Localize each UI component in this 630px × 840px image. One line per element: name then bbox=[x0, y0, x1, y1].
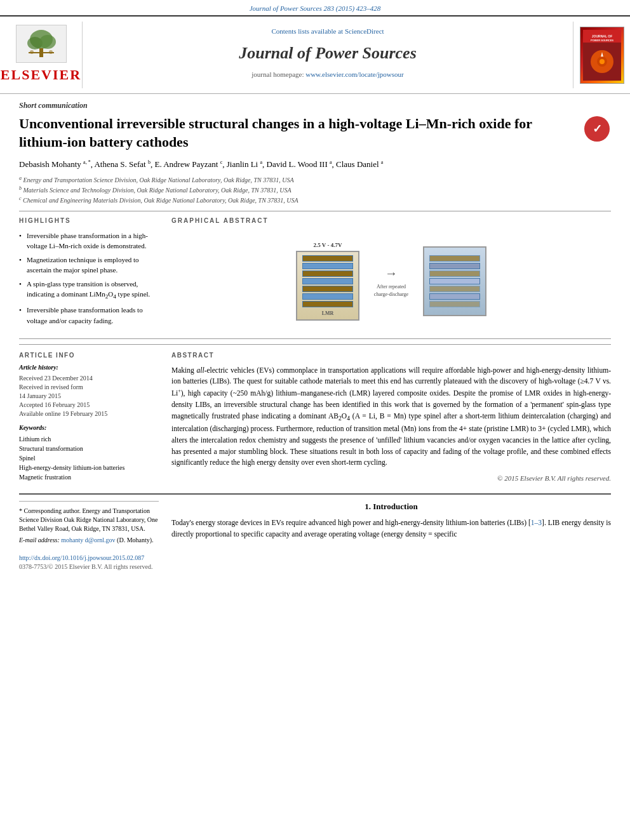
battery-before-box: LMR bbox=[296, 251, 359, 321]
footnotes-column: * Corresponding author. Energy and Trans… bbox=[19, 501, 159, 547]
ref-link[interactable]: 1–3 bbox=[531, 519, 542, 526]
abstract-text: Making all-electric vehicles (EVs) commo… bbox=[171, 365, 611, 469]
highlight-item: Magnetization technique is employed to a… bbox=[19, 255, 159, 276]
layer bbox=[429, 286, 480, 292]
main-content: Short communication Unconventional irrev… bbox=[0, 94, 630, 577]
highlight-item: Irreversible phase transformation leads … bbox=[19, 305, 159, 326]
info-abstract-section: ARTICLE INFO Article history: Received 2… bbox=[19, 344, 611, 487]
layer bbox=[429, 278, 480, 284]
arrow-label: After repeated charge-discharge bbox=[369, 283, 413, 297]
highlights-graphical-section: HIGHLIGHTS Irreversible phase transforma… bbox=[19, 217, 611, 332]
crossmark-badge: ✓ bbox=[582, 115, 611, 143]
email-link[interactable]: mohanty d@ornl.gov bbox=[61, 537, 115, 543]
keyword: High-energy-density lithium-ion batterie… bbox=[19, 463, 159, 472]
svg-point-5 bbox=[30, 50, 34, 54]
lmr-label: LMR bbox=[322, 310, 334, 317]
arrow-icon: → bbox=[385, 264, 398, 282]
sciencedirect-anchor[interactable]: ScienceDirect bbox=[345, 27, 384, 35]
elsevier-logo: ELSEVIER bbox=[0, 22, 83, 88]
journal-header: ELSEVIER Contents lists available at Sci… bbox=[0, 15, 630, 94]
keywords-heading: Keywords: bbox=[19, 423, 159, 432]
layer bbox=[302, 263, 353, 269]
intro-text: Today's energy storage devices in EVs re… bbox=[171, 517, 611, 540]
header-divider bbox=[19, 211, 611, 211]
revised-date: Received in revised form bbox=[19, 383, 159, 392]
bottom-section: * Corresponding author. Energy and Trans… bbox=[19, 501, 611, 547]
journal-ref-text: Journal of Power Sources 283 (2015) 423–… bbox=[250, 4, 381, 12]
journal-url[interactable]: www.elsevier.com/locate/jpowsour bbox=[305, 70, 403, 78]
highlight-item: A spin-glass type transition is observed… bbox=[19, 279, 159, 302]
layer bbox=[302, 301, 353, 307]
keyword: Structural transformation bbox=[19, 444, 159, 453]
layer bbox=[429, 263, 480, 269]
svg-text:JOURNAL OF: JOURNAL OF bbox=[591, 34, 612, 38]
bottom-links-section: http://dx.doi.org/10.1016/j.jpowsour.201… bbox=[19, 554, 611, 571]
doi-link[interactable]: http://dx.doi.org/10.1016/j.jpowsour.201… bbox=[19, 554, 144, 561]
article-info-column: ARTICLE INFO Article history: Received 2… bbox=[19, 351, 159, 487]
battery-before: 2.5 V - 4.7V bbox=[296, 241, 359, 321]
intro-heading: 1. Introduction bbox=[171, 501, 611, 512]
svg-text:POWER SOURCES: POWER SOURCES bbox=[590, 39, 613, 42]
revised-date-value: 14 January 2015 bbox=[19, 392, 159, 401]
keyword: Spinel bbox=[19, 453, 159, 463]
keyword: Magnetic frustration bbox=[19, 472, 159, 482]
copyright-notice: © 2015 Elsevier B.V. All rights reserved… bbox=[171, 474, 611, 483]
crossmark-icon: ✓ bbox=[584, 116, 610, 142]
highlight-item: Irreversible phase transformation in a h… bbox=[19, 230, 159, 251]
voltage-label: 2.5 V - 4.7V bbox=[296, 241, 359, 250]
article-history: Article history: Received 23 December 20… bbox=[19, 363, 159, 418]
keywords-section: Keywords: Lithium rich Structural transf… bbox=[19, 423, 159, 482]
abstract-column: ABSTRACT Making all-electric vehicles (E… bbox=[171, 351, 611, 487]
layer bbox=[429, 301, 480, 307]
layer bbox=[302, 270, 353, 277]
layer bbox=[302, 278, 353, 284]
highlights-column: HIGHLIGHTS Irreversible phase transforma… bbox=[19, 217, 159, 332]
author-affiliations: a Energy and Transportation Science Divi… bbox=[19, 175, 611, 206]
journal-cover-image: JOURNAL OF POWER SOURCES bbox=[573, 22, 630, 88]
highlights-heading: HIGHLIGHTS bbox=[19, 217, 159, 225]
journal-homepage: journal homepage: www.elsevier.com/locat… bbox=[95, 70, 560, 79]
battery-diagram: 2.5 V - 4.7V bbox=[296, 241, 486, 321]
received-date: Received 23 December 2014 bbox=[19, 374, 159, 383]
article-type: Short communication bbox=[19, 100, 611, 111]
main-divider bbox=[19, 493, 611, 495]
elsevier-tree-image bbox=[16, 25, 67, 63]
article-title: Unconventional irreversible structural c… bbox=[19, 115, 611, 151]
elsevier-name: ELSEVIER bbox=[1, 65, 81, 85]
highlights-list: Irreversible phase transformation in a h… bbox=[19, 230, 159, 326]
arrow-block: → After repeated charge-discharge bbox=[369, 264, 413, 297]
email-footnote: E-mail address: mohanty d@ornl.gov (D. M… bbox=[19, 536, 159, 545]
corresponding-author-note: * Corresponding author. Energy and Trans… bbox=[19, 507, 159, 533]
cover-thumbnail: JOURNAL OF POWER SOURCES bbox=[580, 27, 624, 84]
graphical-abstract-column: GRAPHICAL ABSTRACT 2.5 V - 4.7V bbox=[171, 217, 611, 332]
battery-layers-after bbox=[429, 255, 480, 307]
tree-svg bbox=[19, 28, 64, 60]
journal-reference: Journal of Power Sources 283 (2015) 423–… bbox=[0, 0, 630, 15]
abstract-heading: ABSTRACT bbox=[171, 351, 611, 360]
layer bbox=[429, 255, 480, 262]
graphical-abstract-heading: GRAPHICAL ABSTRACT bbox=[171, 217, 611, 225]
battery-after bbox=[423, 246, 486, 316]
keyword: Lithium rich bbox=[19, 434, 159, 444]
cover-svg: JOURNAL OF POWER SOURCES bbox=[583, 30, 621, 81]
authors-line: Debasish Mohanty a, *, Athena S. Sefat b… bbox=[19, 159, 611, 171]
issn-line: 0378-7753/© 2015 Elsevier B.V. All right… bbox=[19, 563, 152, 570]
available-date: Available online 19 February 2015 bbox=[19, 410, 159, 418]
layer bbox=[302, 293, 353, 300]
svg-text:✓: ✓ bbox=[592, 123, 601, 135]
layer bbox=[302, 255, 353, 262]
header-center: Contents lists available at ScienceDirec… bbox=[83, 22, 573, 88]
battery-layers bbox=[302, 255, 353, 307]
article-info-heading: ARTICLE INFO bbox=[19, 351, 159, 360]
battery-after-box bbox=[423, 246, 486, 316]
journal-title: Journal of Power Sources bbox=[95, 42, 560, 65]
section-divider bbox=[19, 338, 611, 339]
introduction-column: 1. Introduction Today's energy storage d… bbox=[171, 501, 611, 547]
layer bbox=[429, 270, 480, 277]
svg-point-6 bbox=[49, 50, 53, 54]
history-subheading: Article history: bbox=[19, 363, 159, 372]
layer bbox=[302, 286, 353, 292]
accepted-date: Accepted 16 February 2015 bbox=[19, 401, 159, 410]
svg-point-13 bbox=[600, 59, 605, 64]
layer bbox=[429, 293, 480, 300]
